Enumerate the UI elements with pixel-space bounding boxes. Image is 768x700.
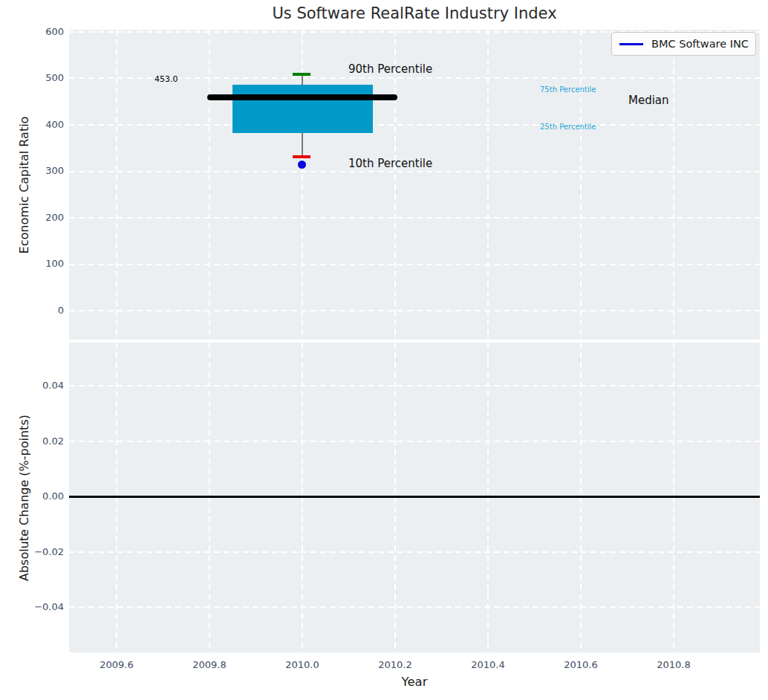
- y-tick-bottom: 0.00: [0, 490, 64, 503]
- chart-title: Us Software RealRate Industry Index: [69, 4, 760, 22]
- gridline-horizontal: [69, 217, 760, 218]
- top-y-axis-label: Economic Capital Ratio: [17, 117, 31, 254]
- gridline-horizontal: [69, 124, 760, 126]
- legend-label: BMC Software INC: [651, 38, 749, 50]
- y-tick-top: 0: [0, 304, 64, 317]
- gridline-vertical: [487, 30, 489, 340]
- p90-annotation: 90th Percentile: [348, 62, 432, 76]
- p75-annotation: 75th Percentile: [540, 85, 596, 94]
- gridline-horizontal: [69, 606, 760, 608]
- x-tick: 2010.2: [362, 658, 429, 672]
- p10-annotation: 10th Percentile: [348, 157, 432, 170]
- y-tick-bottom: 0.04: [0, 379, 64, 392]
- gridline-horizontal: [69, 441, 760, 442]
- x-axis-label: Year: [69, 675, 760, 689]
- gridline-vertical: [580, 30, 582, 340]
- gridline-horizontal: [69, 385, 760, 386]
- gridline-vertical: [673, 30, 674, 340]
- median-annotation: Median: [628, 94, 669, 107]
- y-tick-top: 100: [0, 257, 64, 270]
- gridline-vertical: [116, 30, 117, 340]
- y-tick-bottom: −0.04: [0, 600, 64, 614]
- p25-annotation: 25th Percentile: [540, 123, 596, 131]
- x-tick: 2010.8: [640, 658, 707, 672]
- gridline-vertical: [209, 30, 210, 340]
- figure: Us Software RealRate Industry Index 453.…: [0, 0, 768, 700]
- zero-line: [69, 496, 760, 498]
- p10-cap: [293, 155, 310, 158]
- bottom-plot-area: [69, 343, 760, 652]
- x-tick: 2009.6: [83, 658, 150, 672]
- y-tick-top: 600: [0, 25, 64, 39]
- x-tick: 2010.4: [455, 658, 521, 672]
- x-tick: 2009.8: [176, 658, 243, 672]
- company-data-point: [298, 161, 306, 169]
- bottom-y-axis-label: Absolute Change (%-points): [17, 415, 31, 581]
- y-tick-top: 500: [0, 71, 64, 85]
- y-tick-bottom: −0.02: [0, 545, 64, 559]
- median-value-annotation: 453.0: [154, 74, 178, 84]
- p90-cap: [293, 73, 310, 76]
- y-tick-top: 200: [0, 211, 64, 224]
- legend: BMC Software INC: [611, 32, 756, 56]
- iqr-box: [232, 85, 373, 133]
- gridline-horizontal: [69, 310, 760, 311]
- x-tick: 2010.0: [269, 658, 336, 672]
- y-tick-top: 400: [0, 118, 64, 132]
- gridline-vertical: [394, 30, 396, 340]
- top-plot-area: 453.0 90th Percentile 10th Percentile 75…: [69, 30, 760, 340]
- median-line: [207, 94, 397, 100]
- y-tick-top: 300: [0, 164, 64, 178]
- gridline-horizontal: [69, 264, 760, 265]
- legend-line-sample-icon: [619, 43, 643, 45]
- y-tick-bottom: 0.02: [0, 435, 64, 448]
- gridline-horizontal: [69, 551, 760, 553]
- gridline-horizontal: [69, 171, 760, 172]
- x-tick: 2010.6: [547, 658, 614, 672]
